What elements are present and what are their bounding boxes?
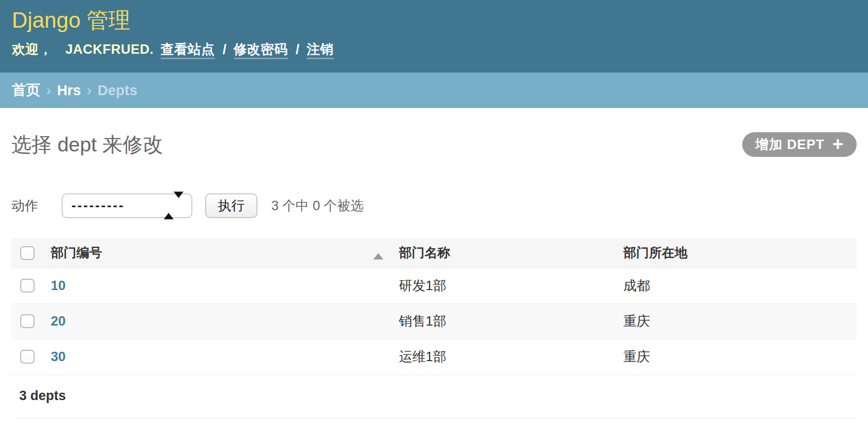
welcome-text: 欢迎， — [12, 42, 53, 57]
admin-header: Django 管理 欢迎， JACKFRUED. 查看站点 / 修改密码 / 注… — [0, 0, 868, 73]
result-count: 3 depts — [11, 375, 857, 419]
dept-location-cell: 重庆 — [615, 339, 857, 374]
row-checkbox[interactable] — [20, 279, 35, 293]
dept-name-cell: 销售1部 — [391, 303, 615, 339]
dept-name-cell: 研发1部 — [391, 268, 615, 303]
site-branding[interactable]: Django 管理 — [12, 8, 856, 33]
dept-location-cell: 成都 — [615, 268, 857, 303]
breadcrumb-separator: › — [87, 82, 92, 99]
dept-result-table: 部门编号 部门名称 部门所在地 10 研发1部 成都 20 销售1部 重庆 — [11, 238, 857, 375]
action-select-value: --------- — [72, 198, 125, 214]
dept-id-link[interactable]: 20 — [51, 314, 66, 329]
breadcrumb-app-link[interactable]: Hrs — [57, 82, 81, 99]
table-row: 10 研发1部 成都 — [11, 268, 857, 303]
view-site-link[interactable]: 查看站点 — [161, 42, 215, 59]
column-header-dept-id[interactable]: 部门编号 — [43, 238, 391, 268]
column-header-dept-location[interactable]: 部门所在地 — [615, 238, 857, 268]
action-label: 动作 — [11, 197, 38, 215]
page-title: 选择 dept 来修改 — [11, 131, 163, 158]
logout-link[interactable]: 注销 — [307, 42, 334, 59]
breadcrumb-separator: › — [46, 82, 51, 99]
selection-counter: 3 个中 0 个被选 — [271, 197, 364, 215]
breadcrumb: 首页 › Hrs › Depts — [0, 73, 868, 108]
sort-ascending-icon[interactable] — [373, 253, 383, 259]
row-checkbox[interactable] — [20, 350, 35, 364]
execute-button[interactable]: 执行 — [205, 193, 257, 218]
content-area: 选择 dept 来修改 增加 DEPT + 动作 --------- 执行 3 … — [0, 132, 868, 419]
row-checkbox[interactable] — [20, 314, 35, 328]
table-header-row: 部门编号 部门名称 部门所在地 — [11, 238, 857, 268]
change-password-link[interactable]: 修改密码 — [234, 42, 288, 59]
breadcrumb-home-link[interactable]: 首页 — [12, 80, 40, 100]
username: JACKFRUED. — [66, 42, 154, 57]
actions-bar: 动作 --------- 执行 3 个中 0 个被选 — [11, 193, 857, 219]
table-row: 30 运维1部 重庆 — [11, 339, 857, 374]
link-separator: / — [296, 42, 300, 57]
dept-location-cell: 重庆 — [615, 303, 857, 339]
select-all-header-cell — [11, 238, 43, 268]
content-header: 选择 dept 来修改 增加 DEPT + — [11, 132, 857, 157]
column-header-dept-name[interactable]: 部门名称 — [391, 238, 615, 268]
breadcrumb-current: Depts — [98, 82, 138, 99]
dept-id-link[interactable]: 30 — [51, 349, 66, 364]
link-separator: / — [223, 42, 227, 57]
table-row: 20 销售1部 重庆 — [11, 303, 857, 339]
dept-name-cell: 运维1部 — [391, 339, 615, 374]
add-dept-button[interactable]: 增加 DEPT + — [742, 132, 857, 157]
dept-id-link[interactable]: 10 — [51, 278, 66, 293]
select-all-checkbox[interactable] — [20, 246, 35, 260]
select-stepper-icon — [164, 198, 183, 214]
add-dept-button-label: 增加 DEPT — [755, 136, 825, 153]
user-tools: 欢迎， JACKFRUED. 查看站点 / 修改密码 / 注销 — [12, 40, 856, 58]
action-select[interactable]: --------- — [62, 193, 192, 218]
